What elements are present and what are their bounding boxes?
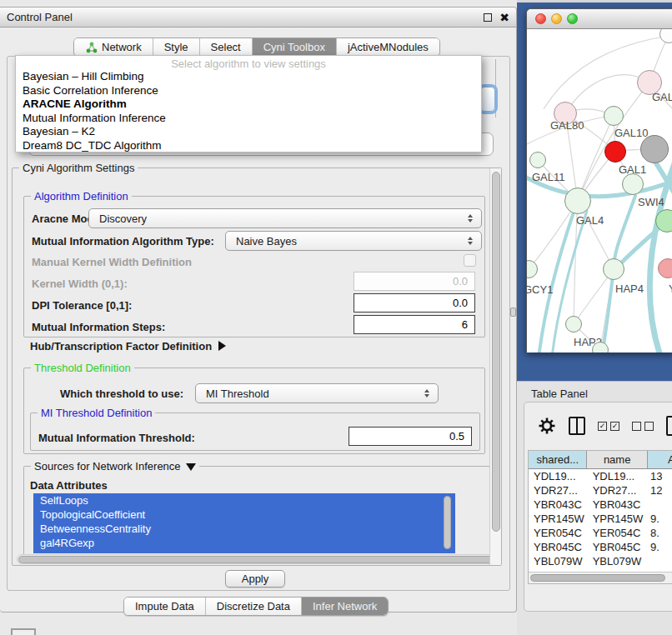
algorithm-option-dream8-dc-tdc-algorithm[interactable]: Dream8 DC_TDC Algorithm — [16, 139, 481, 153]
network-node-gal4[interactable] — [564, 188, 591, 214]
table-horizontal-scrollbar[interactable] — [529, 572, 672, 583]
table-cell: YDR27... — [588, 483, 648, 498]
table-row[interactable]: YDR27...YDR27...12 — [529, 483, 672, 498]
panel-divider-handle[interactable] — [510, 308, 516, 317]
kernel-width-label: Kernel Width (0,1): — [32, 278, 128, 290]
manual-kernel-checkbox[interactable] — [464, 254, 476, 267]
threshold-definition-title: Threshold Definition — [31, 362, 134, 374]
bottom-tab-discretize-data[interactable]: Discretize Data — [206, 598, 302, 615]
partial-ui-fragment — [11, 628, 36, 635]
table-row[interactable]: YBL079WYBL079W — [529, 554, 672, 568]
table-row[interactable]: YBR045CYBR045C9. — [529, 540, 672, 554]
network-node[interactable] — [640, 135, 669, 163]
column-header-name[interactable]: name — [587, 451, 647, 468]
network-node[interactable] — [592, 342, 609, 352]
deselect-all-columns-icon[interactable] — [632, 422, 654, 431]
tab-select[interactable]: Select — [200, 38, 253, 56]
apply-button[interactable]: Apply — [225, 570, 285, 588]
table-cell: 9. — [648, 512, 672, 526]
table-cell — [648, 554, 672, 568]
list-scrollbar-thumb[interactable] — [444, 496, 451, 549]
control-panel-title: Control Panel — [7, 11, 73, 23]
aracne-mode-combo[interactable]: Discovery — [88, 208, 482, 228]
node-label-y: Y — [669, 282, 672, 295]
desktop-top-strip — [517, 0, 672, 2]
attribute-item-selfloops[interactable]: SelfLoops — [33, 493, 455, 508]
tab-label: Cyni Toolbox — [263, 41, 325, 53]
table-cell: YDL19... — [588, 469, 648, 483]
zoom-traffic-light[interactable] — [567, 13, 578, 24]
network-node-gal10[interactable] — [604, 106, 624, 126]
bottom-tab-infer-network[interactable]: Infer Network — [302, 598, 388, 615]
dpi-tolerance-field[interactable]: 0.0 — [354, 293, 475, 312]
table-row[interactable]: YPR145WYPR145W9. — [529, 512, 672, 526]
which-threshold-value: MI Threshold — [206, 388, 269, 400]
network-node-gal1[interactable] — [604, 141, 626, 162]
table-row[interactable]: YER054CYER054C8. — [529, 526, 672, 540]
control-panel-titlebar[interactable]: Control Panel ✖ — [0, 8, 516, 28]
kernel-width-field[interactable]: 0.0 — [354, 272, 475, 291]
network-icon — [85, 42, 98, 53]
mi-threshold-field[interactable]: 0.5 — [349, 427, 472, 446]
manual-kernel-label: Manual Kernel Width Definition — [32, 256, 192, 268]
data-attributes-list[interactable]: SelfLoopsTopologicalCoefficientBetweenne… — [33, 493, 455, 553]
table-cell: YBR043C — [529, 498, 588, 512]
attribute-item-topologicalcoefficient[interactable]: TopologicalCoefficient — [33, 508, 455, 522]
which-threshold-combo[interactable]: MI Threshold — [195, 383, 439, 403]
tab-style[interactable]: Style — [153, 38, 200, 56]
network-node[interactable] — [655, 209, 672, 232]
algorithm-option-bayesian-k2[interactable]: Bayesian – K2 — [16, 125, 481, 139]
mi-type-label: Mutual Information Algorithm Type: — [32, 235, 214, 248]
hscroll-thumb[interactable] — [18, 556, 495, 563]
network-node-gal11[interactable] — [529, 152, 546, 168]
close-icon[interactable]: ✖ — [499, 13, 509, 22]
network-node-y[interactable] — [658, 258, 672, 278]
algorithm-option-basic-correlation-inference[interactable]: Basic Correlation Inference — [16, 84, 481, 98]
tab-jactivemnodules[interactable]: jActiveMNodules — [337, 38, 439, 56]
table-cell: YBL079W — [588, 554, 648, 568]
node-label-hap4: HAP4 — [615, 282, 644, 295]
tab-cyni-toolbox[interactable]: Cyni Toolbox — [253, 38, 337, 56]
hub-definition-toggle[interactable]: Hub/Transcription Factor Definition — [30, 340, 226, 352]
tab-label: Impute Data — [135, 600, 194, 612]
bottom-tab-impute-data[interactable]: Impute Data — [124, 598, 206, 615]
minimize-traffic-light[interactable] — [551, 13, 562, 24]
algorithm-option-aracne-algorithm[interactable]: ARACNE Algorithm — [16, 98, 481, 112]
column-header-shared[interactable]: shared... — [529, 451, 587, 468]
dpi-tolerance-label: DPI Tolerance [0,1]: — [32, 299, 132, 312]
algorithm-option-mutual-information-inference[interactable]: Mutual Information Inference — [16, 112, 481, 126]
table-toolbar: ✓ ✓ — [524, 402, 672, 449]
network-node-swi4[interactable] — [622, 173, 644, 195]
network-node-hap2[interactable] — [565, 316, 582, 332]
tab-network[interactable]: Network — [74, 38, 153, 56]
mi-type-combo[interactable]: Naive Bayes — [225, 231, 482, 251]
mi-steps-field[interactable]: 6 — [354, 315, 475, 334]
attribute-item-betweennesscentrality[interactable]: BetweennessCentrality — [33, 522, 455, 536]
algorithm-combo-button-fragment[interactable] — [480, 87, 495, 112]
vscroll-thumb[interactable] — [492, 172, 500, 532]
close-traffic-light[interactable] — [535, 13, 546, 24]
table-row[interactable]: YBR043CYBR043C — [529, 498, 672, 512]
algorithm-option-bayesian-hill-climbing[interactable]: Bayesian – Hill Climbing — [16, 70, 481, 84]
table-hscroll-thumb[interactable] — [530, 574, 665, 582]
tab-label: Style — [164, 41, 188, 53]
network-window-titlebar[interactable] — [527, 9, 672, 29]
node-label-swi4: SWI4 — [638, 196, 664, 208]
document-icon[interactable] — [666, 416, 672, 436]
table-cell: YDR27... — [529, 483, 588, 498]
network-node-hap4[interactable] — [603, 258, 624, 280]
checked-box-icon: ✓ — [598, 422, 607, 431]
tab-label: jActiveMNodules — [348, 41, 429, 53]
attribute-item-gal4rgexp[interactable]: gal4RGexp — [33, 536, 455, 550]
settings-horizontal-scrollbar[interactable] — [17, 554, 499, 564]
column-header-a[interactable]: A — [648, 451, 672, 468]
gear-icon[interactable] — [538, 417, 556, 435]
network-canvas[interactable]: GALGAL80GAL10GAL1GAL11SWI4GAL4GCY1HAP4YH… — [527, 29, 672, 352]
sources-title: Sources for Network Inference — [34, 460, 181, 472]
table-row[interactable]: YDL19...YDL19...13 — [529, 469, 672, 483]
select-all-columns-icon[interactable]: ✓ ✓ — [598, 422, 619, 431]
settings-vertical-scrollbar[interactable] — [489, 168, 501, 565]
sources-toggle[interactable]: Sources for Network Inference — [31, 460, 199, 472]
columns-icon[interactable] — [569, 417, 585, 435]
float-icon[interactable] — [484, 13, 492, 22]
